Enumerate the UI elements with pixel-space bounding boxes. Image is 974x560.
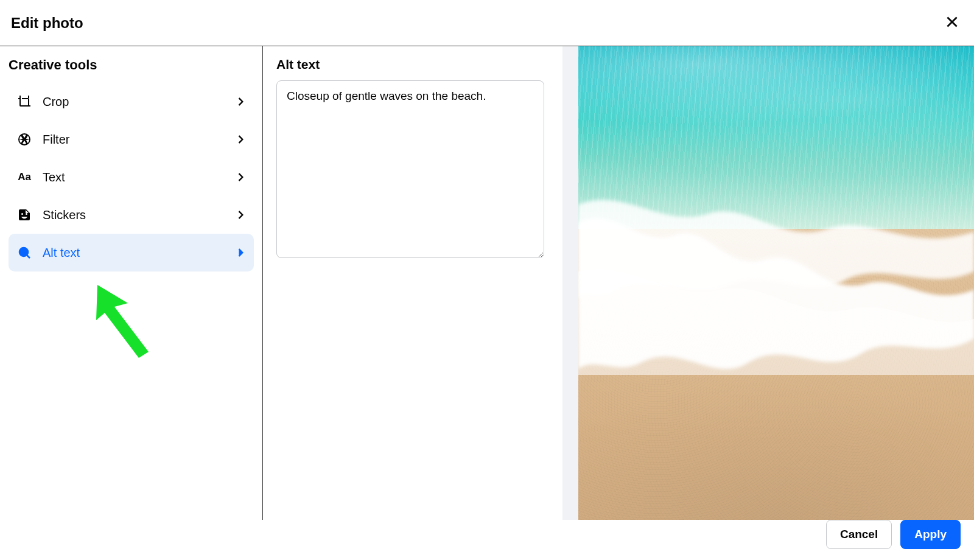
- chevron-right-icon: [234, 247, 247, 259]
- chevron-right-icon: [234, 209, 247, 221]
- sidebar-item-label: Crop: [43, 95, 234, 109]
- text-icon: Aa: [16, 169, 33, 186]
- photo-preview: [562, 46, 974, 520]
- dialog-footer: Cancel Apply: [826, 520, 961, 549]
- sidebar-item-label: Text: [43, 170, 234, 184]
- sidebar-title: Creative tools: [9, 57, 254, 73]
- alt-text-input[interactable]: [276, 80, 544, 258]
- sidebar-item-label: Filter: [43, 133, 234, 147]
- preview-foam: [578, 180, 974, 375]
- sidebar-item-label: Alt text: [43, 246, 234, 260]
- annotation-arrow: [90, 280, 163, 362]
- close-icon: [944, 14, 960, 32]
- panel-title: Alt text: [276, 57, 549, 72]
- filter-icon: [16, 131, 33, 148]
- alt-text-panel: Alt text: [263, 46, 562, 520]
- sidebar-item-stickers[interactable]: Stickers: [9, 196, 254, 234]
- svg-point-0: [19, 248, 28, 256]
- chevron-right-icon: [234, 96, 247, 108]
- cancel-button[interactable]: Cancel: [826, 520, 892, 549]
- close-button[interactable]: [941, 12, 963, 34]
- sidebar-item-crop[interactable]: Crop: [9, 83, 254, 121]
- crop-icon: [16, 93, 33, 110]
- dialog-title: Edit photo: [11, 15, 83, 32]
- chevron-right-icon: [234, 133, 247, 145]
- sidebar-item-filter[interactable]: Filter: [9, 121, 254, 158]
- sidebar-item-alt-text[interactable]: Alt text: [9, 234, 254, 271]
- apply-button[interactable]: Apply: [900, 520, 961, 549]
- chevron-right-icon: [234, 171, 247, 183]
- sidebar-item-text[interactable]: Aa Text: [9, 158, 254, 196]
- sidebar-item-label: Stickers: [43, 208, 234, 222]
- svg-marker-1: [96, 285, 149, 358]
- dialog-header: Edit photo: [0, 0, 974, 46]
- search-icon: [16, 244, 33, 261]
- sticker-icon: [16, 206, 33, 223]
